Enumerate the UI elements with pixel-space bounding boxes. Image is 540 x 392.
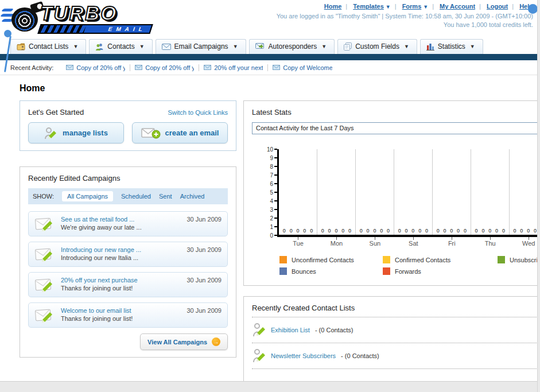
contact-list-link[interactable]: Newsletter Subscribers [271, 352, 336, 359]
value-label: 0 [296, 228, 299, 234]
stats-range-value: Contact Activity for the Last 7 Days [256, 125, 354, 131]
envelope-icon [66, 65, 73, 70]
y-tick-mark [274, 149, 277, 150]
campaign-row[interactable]: 20% off your next purchase Thanks for jo… [28, 272, 228, 297]
value-label: 0 [303, 228, 306, 234]
campaign-title-link[interactable]: Welcome to our email list [61, 307, 181, 314]
value-label: 0 [425, 228, 428, 234]
value-labels: 00000 [433, 228, 471, 234]
value-label: 0 [405, 228, 408, 234]
campaign-title-link[interactable]: Introducing our new range ... [61, 246, 181, 253]
main-nav-tabs: Contact Lists ▼ Contacts ▼ Email Campaig… [0, 37, 540, 54]
value-label: 0 [464, 228, 467, 234]
nav-link-logout[interactable]: Logout [487, 3, 508, 10]
campaign-date: 30 Jun 2009 [187, 246, 222, 262]
folder-user-icon [17, 43, 25, 51]
recent-activity-text: Copy of 20% off yc [76, 64, 125, 71]
x-tick-label: Fri [433, 237, 471, 247]
value-labels: 00000 [279, 228, 317, 234]
filter-all-campaigns[interactable]: All Campaigns [62, 191, 113, 201]
filter-archived[interactable]: Archived [180, 193, 205, 200]
tab-email-campaigns[interactable]: Email Campaigns ▼ [156, 39, 246, 54]
tab-autoresponders[interactable]: Autoresponders ▼ [249, 39, 335, 54]
y-tick-mark [274, 192, 277, 193]
envelope-pencil-icon [34, 216, 55, 232]
nav-separator [428, 3, 438, 10]
campaign-subtitle: Introducing our new Italia ... [61, 254, 181, 261]
y-tick-label: 0 [270, 232, 273, 239]
tab-contact-lists[interactable]: Contact Lists ▼ [10, 39, 86, 54]
y-tick-label: 7 [270, 172, 273, 178]
campaign-list: See us at the retail food ... We're givi… [28, 211, 228, 328]
campaign-row[interactable]: Introducing our new range ... Introducin… [28, 242, 228, 267]
contact-list-link[interactable]: Exhibition List [271, 327, 310, 333]
nav-separator [475, 3, 485, 10]
campaign-row[interactable]: See us at the retail food ... We're givi… [28, 211, 228, 236]
value-label: 0 [283, 228, 286, 234]
tab-custom-fields[interactable]: Custom Fields ▼ [337, 39, 417, 54]
chevron-down-icon: ▼ [470, 44, 475, 49]
contact-list-item[interactable]: Newsletter Subscribers - (0 Contacts) [252, 343, 540, 369]
value-label: 0 [443, 228, 446, 234]
create-email-button[interactable]: create an email [132, 122, 228, 143]
envelope-icon [162, 44, 171, 50]
get-started-title: Let's Get Started [28, 108, 84, 117]
value-labels: 00000 [510, 228, 540, 234]
nav-link-my-account[interactable]: My Account [440, 3, 475, 10]
y-tick-label: 9 [270, 155, 273, 161]
value-label: 0 [321, 228, 324, 234]
chevron-down-icon: ▼ [321, 44, 327, 49]
chart-day-column: 00000 [356, 149, 394, 235]
stats-range-select[interactable]: Contact Activity for the Last 7 Days ▼ [252, 122, 540, 134]
nav-separator [508, 3, 518, 10]
campaign-title-link[interactable]: 20% off your next purchase [61, 277, 181, 284]
campaign-row[interactable]: Welcome to our email list Thanks for joi… [28, 302, 228, 328]
value-label: 0 [457, 228, 460, 234]
contact-list-item[interactable]: Exhibition List - (0 Contacts) [252, 317, 540, 343]
recent-activity-item[interactable]: Copy of 20% off yc [61, 64, 130, 71]
filter-sent[interactable]: Sent [159, 193, 172, 200]
nav-link-templates[interactable]: Templates [353, 3, 384, 10]
chart-day-column: 00000 [317, 149, 356, 235]
nav-link-forms[interactable]: Forms [402, 3, 422, 10]
chart-day-column: 00000 [433, 149, 471, 235]
pages-icon [344, 42, 352, 51]
recent-activity-item[interactable]: 20% off your next p [199, 64, 268, 71]
y-tick-mark [274, 235, 277, 236]
credits-line: You have 1,000 total credits left. [277, 21, 533, 29]
logo-subtitle: EMAIL [107, 26, 147, 32]
manage-lists-button[interactable]: manage lists [28, 122, 124, 143]
value-label: 0 [387, 228, 390, 234]
recent-activity-text: 20% off your next p [214, 64, 263, 71]
view-all-campaigns-label: View All Campaigns [147, 339, 207, 346]
legend-item: Unsubscribes [498, 256, 540, 263]
nav-link-home[interactable]: Home [324, 3, 342, 10]
tab-label: Contacts [107, 42, 134, 51]
value-label: 0 [398, 228, 401, 234]
tab-statistics[interactable]: Statistics ▼ [420, 39, 483, 54]
chevron-down-icon: ▼ [404, 44, 409, 49]
switch-quick-links-link[interactable]: Switch to Quick Links [168, 109, 228, 116]
top-nav: Home Templates▼ Forms▼ My Account Logout… [324, 3, 533, 10]
header: TURBO EMAIL Home Templates▼ Forms▼ My Ac… [0, 0, 540, 37]
chart-day-column: 00000 [471, 149, 510, 235]
recent-activity-item[interactable]: Copy of 20% off yc [130, 64, 199, 71]
y-tick-mark [274, 157, 277, 158]
x-tick-label: Sat [394, 237, 433, 247]
filter-scheduled[interactable]: Scheduled [121, 193, 151, 200]
tab-contacts[interactable]: Contacts ▼ [89, 39, 152, 54]
recently-edited-campaigns-panel: Recently Edited Campaigns SHOW: All Camp… [20, 166, 236, 358]
y-tick-mark [274, 218, 277, 219]
value-label: 0 [502, 228, 505, 234]
y-tick-label: 2 [270, 215, 273, 222]
page-bottom-strip [0, 381, 540, 392]
campaign-title-link[interactable]: See us at the retail food ... [61, 216, 181, 223]
value-label: 0 [328, 228, 331, 234]
tab-label: Email Campaigns [174, 42, 228, 51]
recent-activity-item[interactable]: Copy of Welcome tc [268, 64, 337, 71]
x-tick-label: Sun [356, 237, 394, 247]
value-label: 0 [290, 228, 293, 234]
campaign-filter-bar: SHOW: All Campaigns Scheduled Sent Archi… [28, 188, 228, 204]
view-all-campaigns-button[interactable]: View All Campaigns → [140, 333, 228, 350]
legend-swatch [279, 267, 287, 275]
